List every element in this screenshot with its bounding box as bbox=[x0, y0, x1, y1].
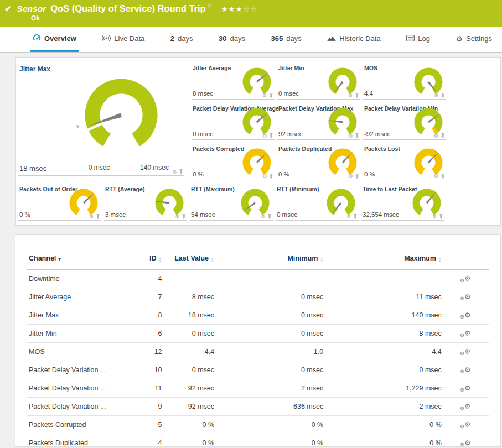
channel-settings-icon[interactable]: ⚙⚙ bbox=[462, 384, 471, 392]
channel-name-cell[interactable]: Downtime bbox=[27, 270, 129, 288]
channel-settings-icon[interactable]: ⚙⚙ bbox=[462, 348, 471, 356]
pin-icon[interactable] bbox=[179, 169, 183, 175]
pin-icon[interactable] bbox=[96, 214, 100, 220]
tile-gear-icon[interactable]: ⚙ bbox=[348, 133, 353, 139]
tile-gear-icon[interactable]: ⚙ bbox=[348, 93, 353, 98]
gauge-tile[interactable]: Packets Lost0 %⚙ bbox=[363, 144, 446, 180]
gauge-tile[interactable]: RTT (Average)3 msec⚙ bbox=[104, 185, 187, 221]
pin-icon[interactable] bbox=[355, 133, 359, 139]
tab-log[interactable]: Log bbox=[404, 27, 432, 52]
tile-actions[interactable]: ⚙ bbox=[434, 133, 445, 139]
channel-name-cell[interactable]: Packet Delay Variation ... bbox=[27, 398, 129, 416]
star-rating[interactable]: ★★★☆☆ bbox=[221, 5, 258, 13]
pin-icon[interactable] bbox=[269, 93, 273, 98]
channel-settings-icon[interactable]: ⚙⚙ bbox=[462, 293, 471, 301]
tile-actions[interactable]: ⚙ bbox=[348, 133, 359, 139]
col-header-id[interactable]: ID▲▼ bbox=[129, 252, 164, 270]
pin-icon[interactable] bbox=[441, 133, 445, 139]
channel-name-cell[interactable]: Jitter Average bbox=[27, 288, 129, 306]
gauge-tile[interactable]: MOS4.4⚙ bbox=[363, 64, 446, 100]
gauge-tile[interactable]: Packets Out of Order0 %⚙ bbox=[18, 185, 101, 221]
pin-icon[interactable] bbox=[441, 93, 445, 98]
table-row[interactable]: Jitter Average78 msec0 msec11 msec⚙⚙ bbox=[27, 288, 489, 306]
tile-actions[interactable]: ⚙ bbox=[175, 214, 186, 220]
tile-actions[interactable]: ⚙ bbox=[89, 214, 100, 220]
tile-actions[interactable]: ⚙ bbox=[172, 169, 183, 175]
channel-name-cell[interactable]: Jitter Min bbox=[27, 325, 129, 343]
gauge-tile[interactable]: Packet Delay Variation Average0 msec⚙ bbox=[192, 104, 275, 140]
tile-gear-icon[interactable]: ⚙ bbox=[262, 93, 267, 98]
col-header-minimum[interactable]: Minimum▲▼ bbox=[216, 252, 325, 270]
pin-icon[interactable] bbox=[269, 133, 273, 139]
pin-icon[interactable] bbox=[269, 174, 273, 179]
gauge-tile[interactable]: Packets Duplicated0 %⚙ bbox=[277, 144, 360, 180]
tile-gear-icon[interactable]: ⚙ bbox=[261, 214, 266, 220]
tab-2-days[interactable]: 2 days bbox=[168, 27, 195, 52]
channel-name-cell[interactable]: MOS bbox=[27, 343, 129, 361]
pin-icon[interactable] bbox=[441, 174, 445, 179]
tile-gear-icon[interactable]: ⚙ bbox=[346, 214, 351, 220]
tile-actions[interactable]: ⚙ bbox=[262, 174, 273, 179]
channel-settings-icon[interactable]: ⚙⚙ bbox=[462, 311, 471, 319]
tab-30-days[interactable]: 30 days bbox=[216, 27, 247, 52]
table-row[interactable]: Packets Duplicated40 %0 %0 %⚙⚙ bbox=[27, 434, 489, 447]
tile-gear-icon[interactable]: ⚙ bbox=[348, 174, 353, 179]
channel-settings-icon[interactable]: ⚙⚙ bbox=[462, 403, 471, 410]
tile-gear-icon[interactable]: ⚙ bbox=[432, 214, 437, 220]
gauge-tile[interactable]: Packets Corrupted0 %⚙ bbox=[192, 144, 275, 180]
tile-actions[interactable]: ⚙ bbox=[262, 93, 273, 98]
tab-365-days[interactable]: 365 days bbox=[269, 27, 304, 52]
tile-gear-icon[interactable]: ⚙ bbox=[434, 133, 439, 139]
channel-settings-icon[interactable]: ⚙⚙ bbox=[462, 366, 471, 374]
tile-actions[interactable]: ⚙ bbox=[348, 174, 359, 179]
col-header-channel[interactable]: Channel▾ bbox=[27, 252, 129, 270]
channel-name-cell[interactable]: Packets Duplicated bbox=[27, 434, 129, 447]
tile-gear-icon[interactable]: ⚙ bbox=[434, 174, 439, 179]
pin-icon[interactable] bbox=[439, 214, 443, 220]
tile-gear-icon[interactable]: ⚙ bbox=[262, 174, 267, 179]
gauge-tile[interactable]: Time to Last Packet32,554 msec⚙ bbox=[361, 185, 444, 221]
tab-live-data[interactable]: Live Data bbox=[100, 27, 147, 52]
channel-name-cell[interactable]: Packet Delay Variation ... bbox=[27, 361, 129, 379]
gauge-tile[interactable]: Jitter Average8 msec⚙ bbox=[192, 64, 275, 100]
gauge-tile[interactable]: RTT (Minimum)0 msec⚙ bbox=[276, 185, 359, 221]
table-row[interactable]: Packet Delay Variation ...1192 msec2 mse… bbox=[27, 379, 489, 398]
flag-icon[interactable]: ⚐ bbox=[208, 3, 213, 9]
gauge-tile[interactable]: RTT (Maximum)54 msec⚙ bbox=[190, 185, 273, 221]
gauge-tile[interactable]: Packet Delay Variation Min-92 msec⚙ bbox=[363, 104, 446, 140]
channel-settings-icon[interactable]: ⚙⚙ bbox=[462, 275, 471, 283]
tile-actions[interactable]: ⚙ bbox=[262, 133, 273, 139]
tile-actions[interactable]: ⚙ bbox=[348, 93, 359, 98]
gauge-tile[interactable]: Packet Delay Variation Max92 msec⚙ bbox=[277, 104, 360, 140]
channel-settings-icon[interactable]: ⚙⚙ bbox=[462, 330, 471, 337]
table-row[interactable]: Jitter Max818 msec0 msec140 msec⚙⚙ bbox=[27, 306, 489, 325]
table-row[interactable]: Packet Delay Variation ...9-92 msec-636 … bbox=[27, 398, 489, 416]
col-header-last-value[interactable]: Last Value▲▼ bbox=[164, 252, 216, 270]
pin-icon[interactable] bbox=[355, 93, 359, 98]
tile-gear-icon[interactable]: ⚙ bbox=[89, 214, 94, 220]
tile-actions[interactable]: ⚙ bbox=[434, 93, 445, 98]
tile-gear-icon[interactable]: ⚙ bbox=[175, 214, 180, 220]
table-row[interactable]: Packets Corrupted50 %0 %0 %⚙⚙ bbox=[27, 416, 489, 434]
gauge-tile[interactable]: Jitter Min0 msec⚙ bbox=[277, 64, 360, 100]
tile-actions[interactable]: ⚙ bbox=[434, 174, 445, 179]
pin-icon[interactable] bbox=[182, 214, 186, 220]
channel-name-cell[interactable]: Packet Delay Variation ... bbox=[27, 379, 129, 398]
tile-gear-icon[interactable]: ⚙ bbox=[262, 133, 267, 139]
table-row[interactable]: MOS124.41.04.4⚙⚙ bbox=[27, 343, 489, 361]
tab-settings[interactable]: ⚙ Settings bbox=[453, 27, 494, 52]
tile-gear-icon[interactable]: ⚙ bbox=[434, 93, 439, 98]
table-row[interactable]: Packet Delay Variation ...100 msec0 msec… bbox=[27, 361, 489, 379]
tile-actions[interactable]: ⚙ bbox=[261, 214, 272, 220]
table-row[interactable]: Downtime-4⚙⚙ bbox=[27, 270, 489, 288]
channel-name-cell[interactable]: Packets Corrupted bbox=[27, 416, 129, 434]
pin-icon[interactable] bbox=[267, 214, 272, 220]
pin-icon[interactable] bbox=[355, 174, 359, 179]
channel-name-cell[interactable]: Jitter Max bbox=[27, 306, 129, 325]
tab-overview[interactable]: Overview bbox=[30, 27, 79, 52]
pin-icon[interactable] bbox=[353, 214, 358, 220]
tab-historic-data[interactable]: Historic Data bbox=[325, 27, 382, 52]
gauge-tile-jitter-max[interactable]: Jitter Max x̄ 0 msec 140 msec 18 msec ⚙ bbox=[18, 62, 184, 176]
tile-actions[interactable]: ⚙ bbox=[346, 214, 358, 220]
tile-gear-icon[interactable]: ⚙ bbox=[172, 169, 177, 175]
